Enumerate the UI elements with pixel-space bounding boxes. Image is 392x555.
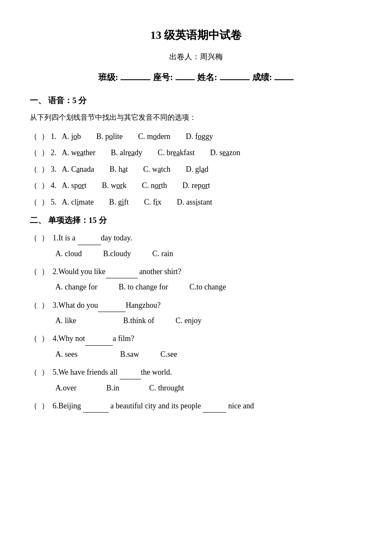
section2-title: 二、 单项选择：15 分 — [30, 213, 362, 228]
class-label: 班级: — [98, 69, 118, 85]
s2-q5: （ ） 5.We have friends all the world. — [30, 365, 362, 379]
page-title: 13 级英语期中试卷 — [30, 26, 362, 46]
s2-q2-blank[interactable] — [106, 270, 138, 278]
seat-field[interactable] — [176, 71, 195, 80]
class-field[interactable] — [121, 71, 150, 80]
s2-q4-options: A. sees B.saw C.see — [55, 347, 362, 361]
s2-q6-blank1[interactable] — [83, 404, 109, 413]
s2-q5-options: A.over B.in C. throught — [55, 381, 362, 395]
name-field[interactable] — [220, 71, 250, 80]
s2-q1-blank[interactable] — [78, 237, 101, 245]
s2-q2: （ ） 2.Would you like another shirt? — [30, 265, 362, 278]
s2-q2-options: A. change for B. to change for C.to chan… — [55, 280, 362, 294]
s2-q3-blank[interactable] — [98, 304, 126, 312]
phonics-q2: （ ） 2. A. weather B. already C. breakfas… — [30, 146, 362, 159]
info-row: 班级: 座号: 姓名: 成绩: — [30, 69, 362, 85]
phonics-q3: （ ） 3. A. Canada B. hat C. watch D. glad — [30, 162, 362, 176]
phonics-q4: （ ） 4. A. sport B. work C. north D. repo… — [30, 179, 362, 192]
s2-q4-blank[interactable] — [85, 337, 113, 346]
score-field[interactable] — [274, 71, 294, 80]
s2-q4: （ ） 4.Why nota film? — [30, 332, 362, 345]
phonics-q1: （ ） 1. A. job B. polite C. modern D. fog… — [30, 130, 362, 143]
phonics-q2-options: A. weather B. already C. breakfast D. se… — [62, 146, 240, 159]
author-line: 出卷人：周兴梅 — [30, 50, 362, 64]
s2-q3-options: A. like B.think of C. enjoy — [55, 314, 362, 327]
name-label: 姓名: — [197, 69, 217, 85]
phonics-q3-options: A. Canada B. hat C. watch D. glad — [62, 162, 208, 176]
section1-desc: 从下列四个划线音节中找出与其它发音不同的选项： — [30, 111, 362, 124]
section1-title: 一、 语音：5 分 — [30, 93, 362, 108]
s2-q6-blank2[interactable] — [203, 404, 226, 413]
phonics-q5: （ ） 5. A. climate B. gift C. fix D. assi… — [30, 195, 362, 209]
phonics-q4-options: A. sport B. work C. north D. report — [62, 179, 210, 192]
s2-q1: （ ） 1.It is a day today. — [30, 231, 362, 245]
seat-label: 座号: — [153, 69, 173, 85]
s2-q6: （ ） 6.Beijing a beautiful city and its p… — [30, 399, 362, 413]
s2-q1-options: A. cloud B.cloudy C. rain — [55, 247, 362, 260]
s2-q5-blank[interactable] — [120, 371, 141, 379]
phonics-q1-options: A. job B. polite C. modern D. foggy — [62, 130, 213, 143]
s2-q3: （ ） 3.What do youHangzhou? — [30, 298, 362, 312]
score-label: 成绩: — [252, 69, 272, 85]
phonics-q5-options: A. climate B. gift C. fix D. assistant — [62, 195, 212, 209]
